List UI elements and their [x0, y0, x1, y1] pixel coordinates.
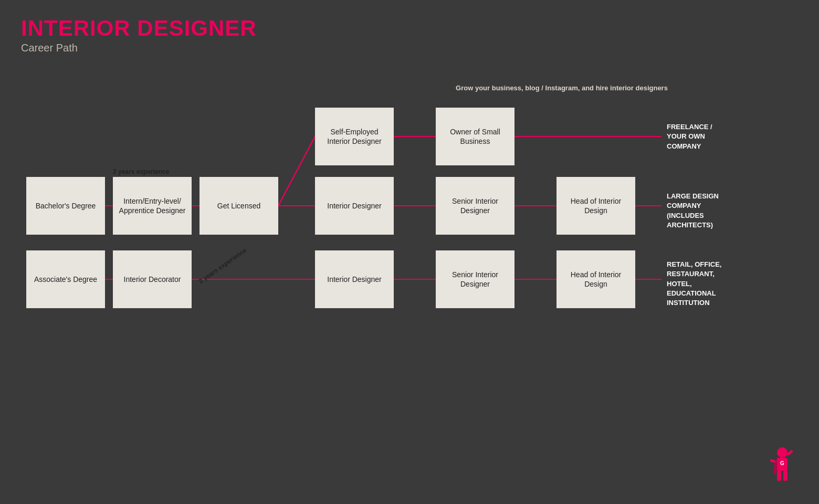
svg-rect-18 — [777, 470, 781, 481]
right-label-retail: RETAIL, OFFICE, RESTAURANT, HOTEL, EDUCA… — [667, 250, 721, 308]
box-self-employed: Self-Employed Interior Designer — [315, 108, 394, 165]
svg-text:G: G — [780, 460, 784, 466]
box-head-top: Head of Interior Design — [556, 177, 635, 235]
exp-label-rotated: 2 years experience — [197, 247, 248, 285]
box-senior-bottom: Senior Interior Designer — [436, 250, 514, 308]
svg-rect-19 — [783, 470, 788, 481]
exp-label-2years: 2 years experience — [113, 168, 169, 175]
right-label-large-design: LARGE DESIGN COMPANY (INCLUDES ARCHITECT… — [667, 182, 719, 230]
box-intern: Intern/Entry-level/ Apprentice Designer — [113, 177, 192, 235]
mascot: G — [766, 446, 798, 488]
box-senior-top: Senior Interior Designer — [436, 177, 514, 235]
svg-point-14 — [777, 447, 788, 458]
career-diagram: Grow your business, blog / Instagram, an… — [10, 74, 808, 452]
box-decorator: Interior Decorator — [113, 250, 192, 308]
top-label: Grow your business, blog / Instagram, an… — [315, 84, 808, 92]
svg-line-3 — [278, 136, 315, 206]
right-label-freelance: FREELANCE / YOUR OWN COMPANY — [667, 113, 712, 151]
box-licensed: Get Licensed — [200, 177, 278, 235]
box-bachelors: Bachelor's Degree — [26, 177, 105, 235]
box-interior-bottom: Interior Designer — [315, 250, 394, 308]
box-associates: Associate's Degree — [26, 250, 105, 308]
page-title-block: INTERIOR DESIGNER Career Path — [21, 16, 257, 54]
box-head-bottom: Head of Interior Design — [556, 250, 635, 308]
box-owner-small: Owner of Small Business — [436, 108, 514, 165]
page-subtitle: Career Path — [21, 42, 257, 54]
page-title: INTERIOR DESIGNER — [21, 16, 257, 41]
box-interior-top: Interior Designer — [315, 177, 394, 235]
svg-rect-17 — [786, 449, 793, 456]
